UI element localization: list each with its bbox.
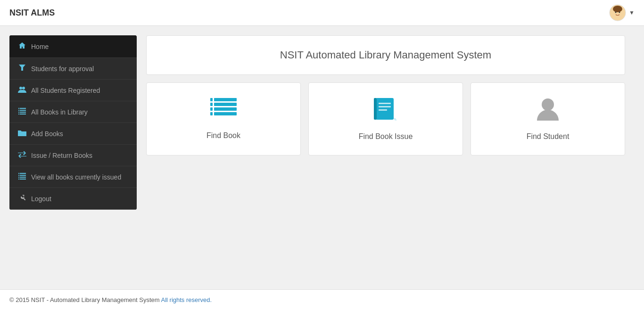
find-student-label: Find Student bbox=[527, 132, 570, 141]
card-find-book-issue[interactable]: Find Book Issue bbox=[308, 82, 463, 155]
filter-icon bbox=[18, 65, 26, 73]
svg-rect-15 bbox=[20, 173, 26, 174]
svg-rect-32 bbox=[379, 103, 391, 104]
svg-rect-20 bbox=[18, 175, 19, 176]
sidebar-label-issue-return: Issue / Return Books bbox=[31, 152, 92, 159]
main-content: NSIT Automated Library Management System bbox=[137, 35, 635, 280]
sidebar-item-issue-return[interactable]: Issue / Return Books bbox=[9, 145, 137, 166]
sidebar-label-all-books: All Books in Library bbox=[31, 108, 88, 116]
card-find-book[interactable]: Find Book bbox=[146, 82, 301, 155]
svg-rect-30 bbox=[210, 112, 213, 115]
svg-rect-10 bbox=[20, 114, 26, 114]
footer: © 2015 NSIT - Automated Library Manageme… bbox=[0, 289, 644, 310]
page-title-card: NSIT Automated Library Management System bbox=[146, 35, 625, 75]
sidebar-label-view-issued: View all books currently issued bbox=[31, 173, 121, 181]
svg-rect-28 bbox=[210, 103, 213, 106]
svg-rect-33 bbox=[379, 106, 391, 107]
app-brand: NSIT ALMS bbox=[9, 8, 55, 18]
find-book-icon bbox=[210, 98, 237, 126]
sidebar-label-add-books: Add Books bbox=[31, 130, 63, 138]
home-icon bbox=[18, 42, 26, 51]
exchange-icon bbox=[18, 151, 26, 159]
svg-rect-27 bbox=[210, 98, 213, 101]
navbar: NSIT ALMS ▼ bbox=[0, 0, 644, 26]
svg-point-1 bbox=[613, 6, 622, 12]
user-menu[interactable]: ▼ bbox=[609, 4, 635, 21]
svg-point-2 bbox=[615, 12, 617, 13]
svg-point-6 bbox=[22, 87, 25, 90]
svg-rect-11 bbox=[18, 108, 19, 109]
svg-rect-25 bbox=[214, 107, 237, 111]
svg-rect-16 bbox=[20, 175, 26, 176]
page-title: NSIT Automated Library Management System bbox=[280, 49, 491, 61]
sidebar-label-logout: Logout bbox=[31, 195, 51, 203]
svg-point-5 bbox=[19, 87, 22, 90]
svg-marker-4 bbox=[19, 65, 25, 71]
user-avatar-icon bbox=[609, 4, 626, 21]
user-dropdown-caret: ▼ bbox=[629, 9, 635, 16]
svg-rect-35 bbox=[374, 98, 377, 120]
card-find-student[interactable]: Find Student bbox=[471, 82, 625, 155]
svg-rect-21 bbox=[18, 177, 19, 178]
sidebar: Home Students for approval All Students … bbox=[9, 35, 137, 210]
sidebar-item-view-issued[interactable]: View all books currently issued bbox=[9, 166, 137, 188]
svg-rect-29 bbox=[210, 107, 213, 111]
folder-icon bbox=[18, 130, 26, 138]
svg-rect-8 bbox=[20, 110, 26, 111]
svg-rect-31 bbox=[376, 98, 394, 120]
sidebar-label-all-students: All Students Registered bbox=[31, 87, 100, 94]
cards-row: Find Book bbox=[146, 82, 625, 155]
svg-rect-26 bbox=[214, 112, 237, 115]
find-book-label: Find Book bbox=[206, 131, 240, 140]
footer-highlight: All rights reserved. bbox=[160, 296, 212, 303]
sidebar-item-home[interactable]: Home bbox=[9, 35, 137, 58]
footer-text: © 2015 NSIT - Automated Library Manageme… bbox=[9, 296, 160, 303]
svg-rect-22 bbox=[18, 179, 19, 179]
svg-rect-17 bbox=[20, 177, 26, 178]
svg-point-36 bbox=[542, 98, 554, 111]
sidebar-label-home: Home bbox=[31, 43, 49, 50]
svg-rect-18 bbox=[20, 179, 26, 179]
sidebar-item-all-students[interactable]: All Students Registered bbox=[9, 80, 137, 101]
sidebar-item-add-books[interactable]: Add Books bbox=[9, 123, 137, 145]
svg-rect-12 bbox=[18, 110, 19, 111]
svg-rect-7 bbox=[20, 108, 26, 109]
svg-point-3 bbox=[619, 12, 620, 13]
sidebar-label-students-approval: Students for approval bbox=[31, 65, 94, 73]
list2-icon bbox=[18, 173, 26, 181]
sidebar-item-logout[interactable]: Logout bbox=[9, 188, 137, 210]
svg-rect-14 bbox=[18, 114, 19, 114]
svg-rect-9 bbox=[20, 112, 26, 113]
sidebar-item-students-approval[interactable]: Students for approval bbox=[9, 58, 137, 80]
main-wrapper: Home Students for approval All Students … bbox=[0, 26, 644, 289]
list-icon bbox=[18, 108, 26, 116]
svg-rect-13 bbox=[18, 112, 19, 113]
svg-rect-24 bbox=[214, 103, 237, 106]
find-book-issue-icon bbox=[374, 97, 397, 127]
wrench-icon bbox=[18, 195, 26, 203]
sidebar-item-all-books[interactable]: All Books in Library bbox=[9, 101, 137, 123]
svg-rect-34 bbox=[379, 109, 387, 111]
svg-rect-23 bbox=[214, 98, 237, 101]
svg-rect-19 bbox=[18, 173, 19, 174]
find-student-icon bbox=[536, 97, 560, 127]
find-book-issue-label: Find Book Issue bbox=[359, 132, 413, 141]
users-icon bbox=[18, 86, 26, 94]
